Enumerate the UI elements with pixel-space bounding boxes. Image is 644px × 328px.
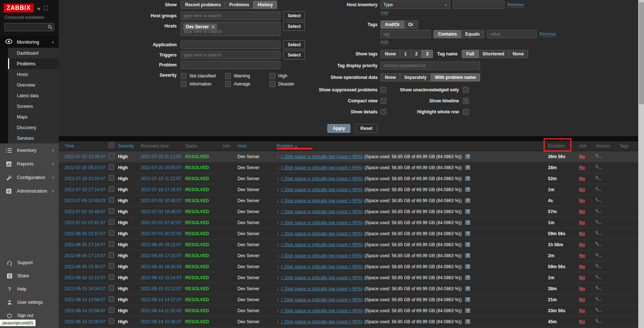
- problem-link[interactable]: /: Disk space is critically low (used > …: [281, 209, 363, 214]
- remove-chip-icon[interactable]: ✕: [211, 25, 214, 29]
- row-checkbox[interactable]: [108, 307, 114, 313]
- host-name[interactable]: Dev Server: [238, 275, 260, 280]
- host-inventory-add-link[interactable]: Add: [380, 10, 388, 16]
- recovery-time-link[interactable]: 2022-06-30 16:30:03: [141, 264, 185, 269]
- comment-icon[interactable]: ?: [465, 308, 470, 313]
- actions-icon[interactable]: 3•→: [596, 287, 602, 291]
- time-link[interactable]: 2022-07-20 09:37:07: [65, 165, 108, 170]
- time-link[interactable]: 2022-06-30 17:16:07: [65, 242, 108, 247]
- sidebar-item-screens[interactable]: Screens: [8, 101, 59, 112]
- problems-option[interactable]: Problems: [225, 1, 254, 9]
- problem-link[interactable]: /: Disk space is critically low (used > …: [281, 187, 363, 192]
- row-checkbox[interactable]: [108, 164, 114, 170]
- none-option[interactable]: None: [508, 50, 528, 58]
- time-link[interactable]: 2022-07-19 10:20:07: [65, 176, 108, 181]
- problem-link[interactable]: /: Disk space is critically low (used > …: [281, 154, 363, 159]
- highlight-whole-row-checkbox[interactable]: [463, 109, 469, 115]
- actions-icon[interactable]: 2•→: [596, 221, 602, 225]
- recovery-time-link[interactable]: 2022-06-14 10:45:07: [141, 319, 185, 324]
- host-name[interactable]: Dev Server: [238, 187, 260, 192]
- time-link[interactable]: 2022-06-15 14:34:07: [65, 286, 108, 291]
- ack-link[interactable]: No: [579, 242, 596, 247]
- collapse-sidebar-icon[interactable]: «: [37, 5, 40, 11]
- time-link[interactable]: 2022-07-20 10:35:07: [65, 154, 108, 159]
- ack-link[interactable]: No: [579, 187, 596, 192]
- ack-link[interactable]: No: [579, 154, 596, 159]
- ack-link[interactable]: No: [579, 209, 596, 214]
- actions-icon[interactable]: 2•→: [596, 209, 602, 214]
- recovery-time-link[interactable]: 2022-07-18 17:15:07: [141, 187, 185, 192]
- show-details-checkbox[interactable]: [380, 109, 386, 115]
- comment-icon[interactable]: ?: [465, 231, 470, 236]
- comment-icon[interactable]: ?: [465, 264, 470, 269]
- 1-option[interactable]: 1: [400, 50, 411, 58]
- host-name[interactable]: Dev Server: [238, 319, 260, 324]
- time-link[interactable]: 2022-06-14 10:58:07: [65, 308, 108, 313]
- row-checkbox[interactable]: [108, 252, 114, 258]
- host-name[interactable]: Dev Server: [238, 231, 260, 236]
- separately-option[interactable]: Separately: [400, 73, 431, 81]
- sidebar-item-dashboard[interactable]: Dashboard: [8, 48, 59, 58]
- sidebar-footer-share[interactable]: ZShare: [0, 269, 59, 283]
- search-input[interactable]: [4, 23, 54, 31]
- sidebar-footer-support[interactable]: Support: [0, 256, 59, 269]
- comment-icon[interactable]: ?: [465, 165, 470, 170]
- host-name[interactable]: Dev Server: [238, 209, 260, 214]
- actions-icon[interactable]: 2•→: [596, 187, 602, 192]
- row-checkbox[interactable]: [108, 219, 114, 225]
- average-checkbox[interactable]: [225, 81, 231, 87]
- recovery-time-link[interactable]: 2022-07-19 11:12:07: [141, 176, 185, 181]
- recovery-time-link[interactable]: 2022-07-20 10:05:07: [141, 165, 185, 170]
- time-link[interactable]: 2022-06-30 15:30:07: [65, 264, 108, 269]
- nav-section-inventory[interactable]: Inventory∨: [0, 143, 59, 157]
- recovery-time-link[interactable]: 2022-07-20 11:12:03: [141, 154, 185, 159]
- recovery-time-link[interactable]: 2022-07-05 10:45:07: [141, 198, 185, 203]
- warning-checkbox[interactable]: [225, 73, 231, 79]
- ack-link[interactable]: No: [579, 220, 596, 225]
- reset-button[interactable]: Reset: [356, 124, 377, 133]
- problem-link[interactable]: /: Disk space is critically low (used > …: [281, 231, 363, 236]
- host-name[interactable]: Dev Server: [238, 154, 260, 159]
- problem-link[interactable]: /: Disk space is critically low (used > …: [281, 253, 363, 258]
- sidebar-item-overview[interactable]: Overview: [8, 80, 59, 90]
- recovery-time-link[interactable]: 2022-06-14 14:17:07: [141, 297, 185, 302]
- time-link[interactable]: 2022-06-30 17:13:07: [65, 253, 108, 258]
- none-option[interactable]: None: [380, 73, 400, 81]
- full-option[interactable]: Full: [462, 50, 478, 58]
- ack-link[interactable]: No: [579, 275, 596, 280]
- sidebar-footer-help[interactable]: ?Help: [0, 283, 59, 296]
- row-checkbox[interactable]: [108, 318, 114, 324]
- scrollbar-thumb[interactable]: [639, 2, 644, 104]
- actions-icon[interactable]: 3•→: [596, 309, 602, 313]
- sidebar-item-services[interactable]: Services: [8, 133, 59, 143]
- recovery-time-link[interactable]: 2022-07-02 16:46:07: [141, 209, 185, 214]
- expand-sidebar-icon[interactable]: [44, 6, 48, 10]
- tag-remove-link[interactable]: Remove: [540, 32, 556, 37]
- ack-link[interactable]: No: [579, 286, 596, 291]
- and-or-option[interactable]: And/Or: [380, 21, 404, 29]
- host-name[interactable]: Dev Server: [238, 297, 260, 302]
- sidebar-item-latest-data[interactable]: Latest data: [8, 90, 59, 101]
- sidebar-item-discovery[interactable]: Discovery: [8, 122, 59, 133]
- recovery-time-link[interactable]: 2022-07-01 07:42:07: [141, 220, 185, 225]
- 3-option[interactable]: 3: [422, 50, 433, 58]
- ack-link[interactable]: No: [579, 198, 596, 203]
- host-inventory-remove-link[interactable]: Remove: [507, 2, 524, 8]
- col-header-time[interactable]: Time: [65, 143, 108, 149]
- problem-link[interactable]: /: Disk space is critically low (used > …: [281, 264, 363, 269]
- show-suppressed-problems-checkbox[interactable]: [380, 87, 386, 93]
- time-link[interactable]: 2022-07-02 15:49:07: [65, 209, 108, 214]
- comment-icon[interactable]: ?: [465, 176, 470, 181]
- problem-link[interactable]: /: Disk space is critically low (used > …: [281, 220, 363, 225]
- row-checkbox[interactable]: [108, 285, 114, 291]
- row-checkbox[interactable]: [108, 153, 114, 159]
- nav-section-administration[interactable]: ⚙Administration∨: [0, 184, 59, 198]
- or-option[interactable]: Or: [404, 21, 418, 29]
- tag-display-priority-input[interactable]: [380, 62, 480, 70]
- problem-link[interactable]: /: Disk space is critically low (used > …: [281, 198, 363, 203]
- row-checkbox[interactable]: [108, 274, 114, 280]
- nav-section-monitoring[interactable]: Monitoring ∧: [0, 36, 59, 48]
- problem-link[interactable]: /: Disk space is critically low (used > …: [281, 275, 363, 280]
- actions-icon[interactable]: 2•→: [596, 254, 602, 258]
- ack-link[interactable]: No: [579, 165, 596, 170]
